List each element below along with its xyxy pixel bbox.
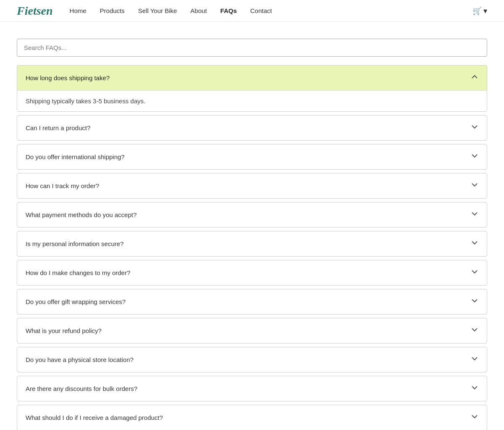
faq-chevron-icon — [471, 152, 478, 162]
nav-link-about[interactable]: About — [190, 7, 207, 14]
faq-item: How can I track my order? — [17, 173, 487, 199]
faq-item: How do I make changes to my order? — [17, 260, 487, 286]
faq-item: Do you offer international shipping? — [17, 144, 487, 170]
faq-question[interactable]: What should I do if I receive a damaged … — [17, 405, 487, 430]
main-content: How long does shipping take?Shipping typ… — [8, 22, 496, 430]
faq-item: What payment methods do you accept? — [17, 202, 487, 228]
cart-button[interactable]: 🛒 ▾ — [472, 6, 487, 16]
faq-question[interactable]: Do you have a physical store location? — [17, 347, 487, 372]
logo[interactable]: Fietsen — [17, 5, 53, 17]
faq-item: How long does shipping take?Shipping typ… — [17, 65, 487, 112]
faq-question-text: Can I return a product? — [26, 124, 90, 131]
faq-item: Do you offer gift wrapping services? — [17, 289, 487, 315]
search-input[interactable] — [17, 39, 487, 57]
faq-question[interactable]: How can I track my order? — [17, 173, 487, 198]
faq-chevron-icon — [471, 181, 478, 191]
faq-question[interactable]: Do you offer international shipping? — [17, 144, 487, 169]
search-wrapper — [17, 39, 487, 57]
faq-chevron-icon — [471, 355, 478, 364]
faq-chevron-icon — [471, 210, 478, 220]
nav-link-faqs[interactable]: FAQs — [220, 7, 237, 14]
faq-item: Are there any discounts for bulk orders? — [17, 376, 487, 401]
faq-list: How long does shipping take?Shipping typ… — [17, 65, 487, 430]
faq-question-text: What payment methods do you accept? — [26, 211, 136, 218]
faq-chevron-icon — [471, 297, 478, 307]
cart-icon: 🛒 — [472, 6, 482, 16]
nav-link-products[interactable]: Products — [100, 7, 125, 14]
faq-question[interactable]: Is my personal information secure? — [17, 231, 487, 256]
faq-chevron-icon — [471, 268, 478, 278]
faq-chevron-icon — [471, 239, 478, 249]
faq-item: Can I return a product? — [17, 115, 487, 141]
faq-chevron-icon — [471, 123, 478, 133]
faq-chevron-icon — [471, 73, 478, 83]
nav-links: HomeProductsSell Your BikeAboutFAQsConta… — [70, 7, 472, 14]
faq-item: What is your refund policy? — [17, 318, 487, 343]
faq-question-text: Do you offer gift wrapping services? — [26, 298, 126, 305]
faq-question[interactable]: What payment methods do you accept? — [17, 202, 487, 227]
faq-answer: Shipping typically takes 3-5 business da… — [17, 90, 487, 111]
faq-question-text: Do you offer international shipping? — [26, 153, 125, 160]
faq-question-text: What is your refund policy? — [26, 327, 102, 334]
faq-question-text: Do you have a physical store location? — [26, 356, 134, 363]
nav-link-contact[interactable]: Contact — [250, 7, 272, 14]
faq-item: What should I do if I receive a damaged … — [17, 405, 487, 430]
faq-question[interactable]: Are there any discounts for bulk orders? — [17, 376, 487, 401]
nav-link-home[interactable]: Home — [70, 7, 87, 14]
faq-question-text: Are there any discounts for bulk orders? — [26, 385, 137, 392]
faq-chevron-icon — [471, 384, 478, 393]
cart-chevron: ▾ — [483, 6, 487, 16]
faq-question[interactable]: What is your refund policy? — [17, 318, 487, 343]
faq-chevron-icon — [471, 326, 478, 336]
main-nav: Fietsen HomeProductsSell Your BikeAboutF… — [0, 0, 504, 22]
faq-chevron-icon — [471, 413, 478, 422]
faq-question-text: Is my personal information secure? — [26, 240, 123, 247]
faq-question-text: How long does shipping take? — [26, 74, 110, 81]
faq-question[interactable]: Can I return a product? — [17, 115, 487, 140]
faq-question[interactable]: Do you offer gift wrapping services? — [17, 289, 487, 314]
faq-question[interactable]: How do I make changes to my order? — [17, 260, 487, 285]
faq-item: Do you have a physical store location? — [17, 347, 487, 372]
nav-link-sell-your-bike[interactable]: Sell Your Bike — [138, 7, 177, 14]
faq-question-text: How do I make changes to my order? — [26, 269, 130, 276]
faq-question[interactable]: How long does shipping take? — [17, 66, 487, 90]
faq-question-text: What should I do if I receive a damaged … — [26, 414, 163, 421]
faq-question-text: How can I track my order? — [26, 182, 99, 189]
faq-item: Is my personal information secure? — [17, 231, 487, 257]
